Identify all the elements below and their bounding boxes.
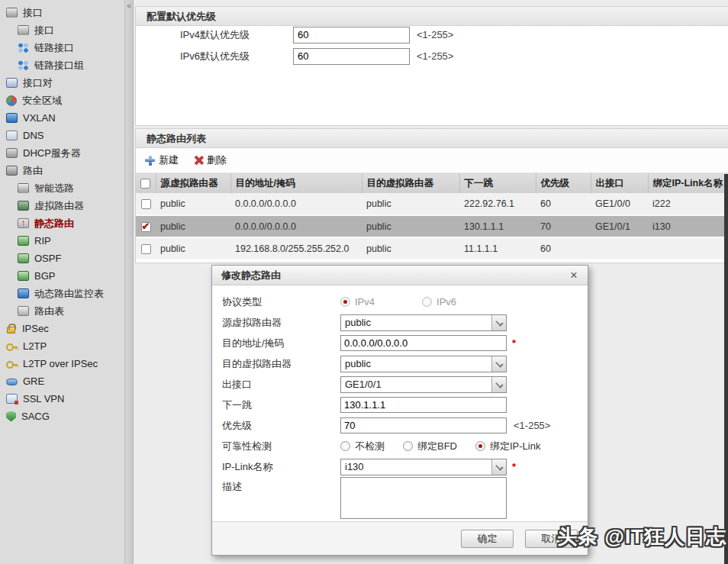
table-row[interactable]: public 0.0.0.0/0.0.0.0 public 222.92.76.… xyxy=(136,193,728,215)
sidebar-item-label: SACG xyxy=(21,411,50,422)
link-interface-group-icon xyxy=(18,60,29,70)
sidebar-item-interface[interactable]: 接口 xyxy=(0,4,124,21)
table-toolbar: 新建 删除 xyxy=(136,148,728,173)
shield-icon xyxy=(6,411,16,422)
lock-icon xyxy=(7,327,15,334)
select-all-checkbox[interactable] xyxy=(140,179,150,189)
static-route-list-panel: 静态路由列表 新建 删除 源虚拟路由器 目的地址/掩码 xyxy=(135,128,728,263)
col-dest-vr: 目的虚拟路由器 xyxy=(362,173,459,193)
sidebar-collapse-handle[interactable]: « xyxy=(124,0,134,564)
sidebar-item-ipsec[interactable]: IPSec xyxy=(0,320,124,337)
out-if-select[interactable]: GE1/0/1 xyxy=(340,376,507,393)
sidebar-item-ssl-vpn[interactable]: SSL VPN xyxy=(0,390,124,408)
row-checkbox-checked[interactable] xyxy=(141,222,151,232)
required-mark: * xyxy=(512,337,516,349)
sidebar-item-l2tp[interactable]: L2TP xyxy=(0,337,124,355)
ipv6-priority-input[interactable] xyxy=(293,48,410,65)
sidebar-item-rip[interactable]: RIP xyxy=(0,232,124,250)
dest-vr-select[interactable]: public xyxy=(340,356,507,372)
panel-title: 静态路由列表 xyxy=(136,129,728,148)
bgp-icon xyxy=(18,271,29,281)
sidebar-item-bgp[interactable]: BGP xyxy=(0,267,124,285)
sidebar-item-label: L2TP xyxy=(23,340,47,352)
row-checkbox[interactable] xyxy=(141,199,151,209)
sidebar-item-label: SSL VPN xyxy=(23,393,64,404)
col-next-hop: 下一跳 xyxy=(459,173,536,193)
route-table-icon xyxy=(18,306,29,316)
radio-ipv4[interactable]: IPv4 xyxy=(340,296,375,308)
rip-icon xyxy=(18,236,29,246)
sidebar-item-static-route[interactable]: 静态路由 xyxy=(0,214,124,232)
static-route-table: 源虚拟路由器 目的地址/掩码 目的虚拟路由器 下一跳 优先级 出接口 绑定IP-… xyxy=(136,173,728,260)
watermark: 头条 @IT狂人日志 xyxy=(557,524,726,550)
radio-bind-bfd[interactable]: 绑定BFD xyxy=(403,440,457,453)
priority-input[interactable] xyxy=(340,417,507,433)
ip-link-name-label: IP-Link名称 xyxy=(222,460,340,474)
radio-no-detect[interactable]: 不检测 xyxy=(340,440,385,453)
chevron-down-icon[interactable] xyxy=(491,315,506,330)
row-checkbox[interactable] xyxy=(141,244,151,254)
chevron-down-icon[interactable] xyxy=(491,356,506,372)
table-row-selected[interactable]: public 0.0.0.0/0.0.0.0 public 130.1.1.1 … xyxy=(136,215,728,237)
radio-ipv6-dot[interactable] xyxy=(422,297,432,307)
sidebar-item-route[interactable]: 路由 xyxy=(0,162,124,179)
ospf-icon xyxy=(18,253,29,263)
radio-no-detect-dot[interactable] xyxy=(340,441,350,451)
sidebar-item-smart-route[interactable]: 智能选路 xyxy=(0,179,124,197)
dynamic-route-monitor-icon xyxy=(18,288,29,298)
sidebar-item-virtual-router[interactable]: 虚拟路由器 xyxy=(0,197,124,214)
radio-bind-bfd-dot[interactable] xyxy=(403,441,413,451)
radio-bind-iplink-dot[interactable] xyxy=(475,441,485,451)
col-out-if: 出接口 xyxy=(591,173,648,193)
dest-input[interactable] xyxy=(340,335,507,351)
vxlan-icon xyxy=(6,113,18,123)
sidebar-item-interface-pair[interactable]: 接口对 xyxy=(0,74,124,92)
sidebar-item-gre[interactable]: GRE xyxy=(0,372,124,390)
radio-ipv4-dot[interactable] xyxy=(340,297,350,307)
sidebar-item-dhcp-server[interactable]: DHCP服务器 xyxy=(0,144,124,162)
dialog-titlebar: 修改静态路由 × xyxy=(212,266,588,285)
sidebar-item-sacg[interactable]: SACG xyxy=(0,408,124,425)
sidebar-item-link-interface[interactable]: 链路接口 xyxy=(0,39,124,56)
close-icon[interactable]: × xyxy=(567,266,581,285)
sidebar-item-label: DHCP服务器 xyxy=(23,147,81,160)
sidebar-item-label: 虚拟路由器 xyxy=(34,199,84,213)
chevron-down-icon[interactable] xyxy=(491,377,506,392)
sidebar-item-interface-sub[interactable]: 接口 xyxy=(0,21,124,39)
priority-hint: <1-255> xyxy=(514,420,550,431)
sidebar-item-label: IPSec xyxy=(22,323,49,334)
sidebar-item-label: 智能选路 xyxy=(34,182,74,195)
ip-link-name-select[interactable]: i130 xyxy=(340,459,507,475)
default-priority-panel: 配置默认优先级 IPv4默认优先级 <1-255> IPv6默认优先级 <1-2… xyxy=(135,6,728,126)
delete-button[interactable]: 删除 xyxy=(194,153,227,167)
sidebar-item-label: 安全区域 xyxy=(22,94,62,108)
sidebar-item-l2tp-over-ipsec[interactable]: L2TP over IPSec xyxy=(0,355,124,372)
right-scrollbar[interactable] xyxy=(724,174,728,564)
sidebar-item-vxlan[interactable]: VXLAN xyxy=(0,109,124,127)
key-icon xyxy=(6,341,18,351)
dialog-footer: 确定 取消 xyxy=(212,521,588,555)
protocol-label: 协议类型 xyxy=(222,295,340,309)
sidebar-item-ospf[interactable]: OSPF xyxy=(0,250,124,267)
collapse-left-icon[interactable]: « xyxy=(125,0,133,11)
sidebar-item-security-zone[interactable]: 安全区域 xyxy=(0,92,124,109)
table-row[interactable]: public 192.168.8.0/255.255.252.0 public … xyxy=(136,237,728,259)
radio-ipv6[interactable]: IPv6 xyxy=(422,296,456,308)
next-hop-input[interactable] xyxy=(340,397,507,413)
col-priority: 优先级 xyxy=(536,173,591,193)
src-vr-select[interactable]: public xyxy=(340,314,507,331)
chevron-down-icon[interactable] xyxy=(491,459,506,475)
description-textarea[interactable] xyxy=(340,477,507,519)
tunnel-icon xyxy=(6,379,18,385)
ok-button[interactable]: 确定 xyxy=(461,530,514,548)
sidebar-item-dns[interactable]: DNS xyxy=(0,127,124,144)
radio-bind-iplink[interactable]: 绑定IP-Link xyxy=(475,440,540,453)
sidebar-item-route-table[interactable]: 路由表 xyxy=(0,302,124,320)
col-ip-link: 绑定IP-Link名称 xyxy=(648,173,728,193)
new-button[interactable]: 新建 xyxy=(145,153,179,167)
sidebar-item-dynamic-route-monitor[interactable]: 动态路由监控表 xyxy=(0,285,124,302)
sidebar-item-link-interface-group[interactable]: 链路接口组 xyxy=(0,56,124,74)
ipv4-priority-input[interactable] xyxy=(293,27,410,44)
next-hop-label: 下一跳 xyxy=(222,398,340,412)
sidebar-item-label: GRE xyxy=(23,375,44,387)
